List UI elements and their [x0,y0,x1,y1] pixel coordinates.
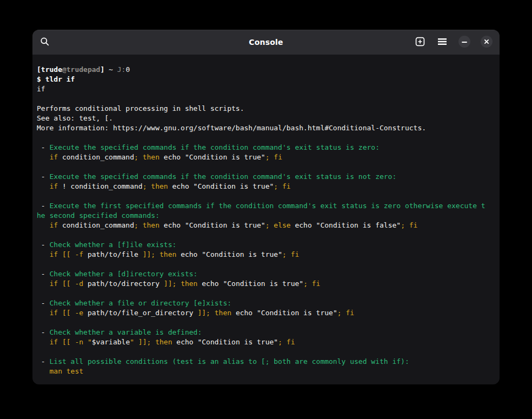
terminal-line: if [37,84,495,94]
terminal-line: $ tldr if [37,75,495,84]
terminal-line [37,260,495,269]
terminal-line: More information: https://www.gnu.org/so… [37,123,495,133]
terminal-line: See also: test, [. [37,114,495,123]
terminal-line: - List all possible conditions (test is … [37,357,495,367]
titlebar: Console [32,30,500,55]
terminal-line: - Execute the specified commands if the … [37,143,495,152]
terminal-line: if condition_command; then echo "Conditi… [37,152,495,162]
terminal-line [37,347,495,357]
terminal-line [37,230,495,240]
terminal-line: - Execute the first specified commands i… [37,201,495,211]
terminal-line: he second specified commands: [37,211,495,221]
terminal-line: if [[ -d path/to/directory ]]; then echo… [37,279,495,289]
terminal-line: Performs conditional processing in shell… [37,104,495,114]
terminal-line [37,318,495,328]
console-window: Console [32,30,500,384]
new-tab-button[interactable] [412,34,428,50]
terminal-line: - Check whether a [d]irectory exists: [37,269,495,279]
terminal-line: - Check whether a variable is defined: [37,328,495,337]
close-icon [480,35,493,50]
window-title: Console [249,38,283,46]
terminal-line [37,289,495,298]
close-button[interactable] [478,34,495,50]
new-tab-icon [414,36,426,49]
terminal-line [37,162,495,172]
search-button[interactable] [37,34,53,50]
window-controls [412,34,495,50]
hamburger-menu-icon [436,36,448,49]
terminal-line: - Check whether a [f]ile exists: [37,240,495,250]
terminal-line: if condition_command; then echo "Conditi… [37,221,495,230]
menu-button[interactable] [434,34,450,50]
terminal-line: - Check whether a file or directory [e]x… [37,298,495,308]
search-icon [39,36,51,49]
terminal-output[interactable]: [trude@trudepad] ~ J:0$ tldr ififPerform… [32,55,500,376]
terminal-line [37,133,495,143]
terminal-line: man test [37,367,495,376]
terminal-line: if ! condition_command; then echo "Condi… [37,182,495,191]
minimize-button[interactable] [456,34,473,50]
minimize-icon [458,35,471,50]
terminal-line: if [[ -f path/to/file ]]; then echo "Con… [37,250,495,260]
terminal-line [37,94,495,104]
terminal-line [37,191,495,201]
terminal-line: if [[ -n "$variable" ]]; then echo "Cond… [37,337,495,347]
terminal-line: [trude@trudepad] ~ J:0 [37,65,495,75]
terminal-line: if [[ -e path/to/file_or_directory ]]; t… [37,308,495,318]
terminal-line: - Execute the specified commands if the … [37,172,495,182]
